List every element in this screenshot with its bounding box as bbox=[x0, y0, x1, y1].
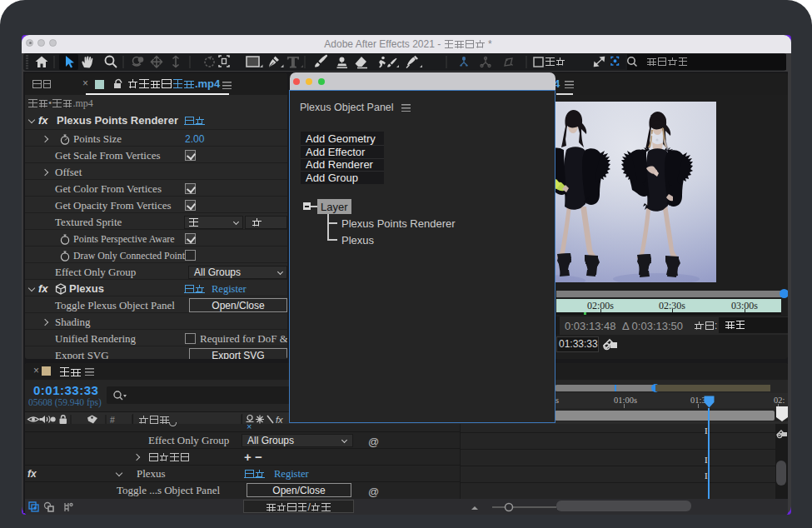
svg-text:#: # bbox=[110, 415, 115, 425]
svg-text:fx: fx bbox=[276, 415, 283, 425]
